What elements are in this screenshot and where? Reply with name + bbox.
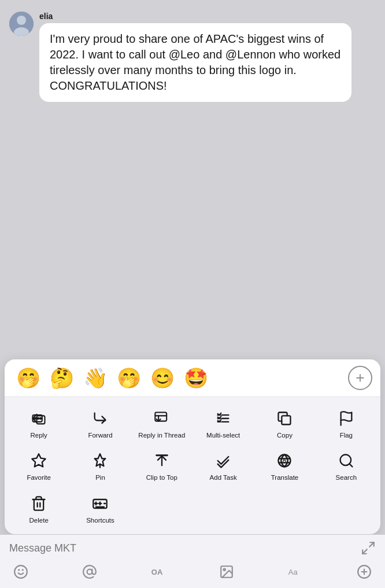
pin-action[interactable]: Pin	[69, 445, 131, 488]
chat-area: elia I'm very proud to share one of APAC…	[0, 0, 385, 359]
message-input-row	[9, 541, 376, 556]
delete-label: Delete	[29, 517, 49, 525]
emoji-3[interactable]: 👋	[80, 365, 111, 391]
svg-rect-14	[282, 416, 291, 424]
mention-toolbar-icon[interactable]	[80, 563, 99, 581]
emoji-toolbar-icon[interactable]	[12, 563, 30, 581]
reply-thread-icon	[152, 409, 172, 428]
shortcuts-label: Shortcuts	[86, 517, 114, 525]
reply-icon	[29, 409, 49, 428]
svg-point-1	[17, 16, 26, 25]
favorite-label: Favorite	[27, 474, 51, 482]
text-style-toolbar-icon[interactable]: OA	[149, 563, 168, 581]
svg-line-36	[362, 549, 367, 554]
clip-to-top-icon	[152, 451, 172, 471]
translate-icon: A	[275, 451, 294, 471]
svg-point-7	[35, 417, 36, 418]
emoji-1[interactable]: 🤭	[13, 365, 44, 391]
svg-point-8	[38, 417, 39, 418]
multiselect-icon	[213, 409, 233, 428]
search-icon	[336, 451, 356, 471]
flag-icon	[336, 409, 356, 428]
reply-thread-label: Reply in Thread	[138, 432, 185, 440]
forward-icon	[90, 409, 110, 428]
reply-thread-action[interactable]: Reply in Thread	[131, 403, 192, 446]
emoji-4[interactable]: 🤭	[113, 365, 145, 391]
font-toolbar-icon[interactable]: Aa	[286, 563, 305, 581]
copy-action[interactable]: Copy	[254, 403, 315, 446]
translate-action[interactable]: A Translate	[254, 445, 315, 488]
shortcuts-action[interactable]: Shortcuts	[69, 488, 131, 531]
svg-line-25	[349, 464, 352, 467]
pin-label: Pin	[95, 474, 105, 482]
add-reaction-button[interactable]	[348, 366, 372, 390]
action-grid: Reply Forward Reply in Thr	[5, 397, 380, 534]
message-input[interactable]	[9, 542, 355, 554]
copy-icon	[275, 409, 294, 428]
favorite-icon	[29, 451, 49, 471]
message-bar: OA Aa	[0, 534, 385, 588]
add-task-icon	[213, 451, 233, 471]
add-task-action[interactable]: Add Task	[192, 445, 254, 488]
translate-label: Translate	[271, 474, 299, 482]
svg-line-35	[369, 542, 374, 547]
flag-label: Flag	[340, 432, 353, 440]
image-toolbar-icon[interactable]	[217, 563, 236, 581]
message-content: elia I'm very proud to share one of APAC…	[39, 12, 351, 102]
flag-action[interactable]: Flag	[316, 403, 377, 446]
clip-to-top-action[interactable]: Clip to Top	[131, 445, 192, 488]
action-panel: 🤭 🤔 👋 🤭 😊 🤩 Reply	[5, 359, 380, 534]
svg-text:OA: OA	[151, 568, 162, 576]
message-row: elia I'm very proud to share one of APAC…	[9, 12, 376, 102]
search-action[interactable]: Search	[316, 445, 377, 488]
forward-action[interactable]: Forward	[69, 403, 131, 446]
emoji-5[interactable]: 😊	[147, 365, 178, 391]
toolbar-row: OA Aa	[9, 563, 376, 581]
svg-marker-16	[32, 454, 45, 467]
svg-point-40	[87, 569, 92, 575]
emoji-2[interactable]: 🤔	[46, 365, 77, 391]
svg-text:A: A	[283, 457, 287, 463]
message-bubble: I'm very proud to share one of APAC's bi…	[39, 23, 351, 102]
sender-name: elia	[39, 12, 351, 21]
reply-label: Reply	[30, 432, 47, 440]
add-task-label: Add Task	[210, 474, 237, 482]
expand-icon[interactable]	[361, 541, 376, 556]
svg-text:Aa: Aa	[288, 568, 298, 576]
svg-point-37	[14, 565, 27, 578]
copy-label: Copy	[277, 432, 293, 440]
reply-action[interactable]: Reply	[8, 403, 69, 446]
emoji-row: 🤭 🤔 👋 🤭 😊 🤩	[5, 359, 380, 397]
avatar	[9, 12, 34, 36]
delete-action[interactable]: Delete	[8, 488, 69, 531]
emoji-6[interactable]: 🤩	[180, 365, 212, 391]
svg-point-9	[40, 417, 41, 418]
svg-point-43	[224, 569, 225, 571]
clip-to-top-label: Clip to Top	[146, 474, 177, 482]
shortcuts-icon	[90, 494, 110, 513]
delete-icon	[29, 494, 49, 513]
favorite-action[interactable]: Favorite	[8, 445, 69, 488]
forward-label: Forward	[88, 432, 112, 440]
search-label: Search	[336, 474, 357, 482]
pin-icon	[90, 451, 110, 471]
add-toolbar-icon[interactable]	[355, 563, 373, 581]
multiselect-label: Multi-select	[206, 432, 240, 440]
multiselect-action[interactable]: Multi-select	[192, 403, 254, 446]
